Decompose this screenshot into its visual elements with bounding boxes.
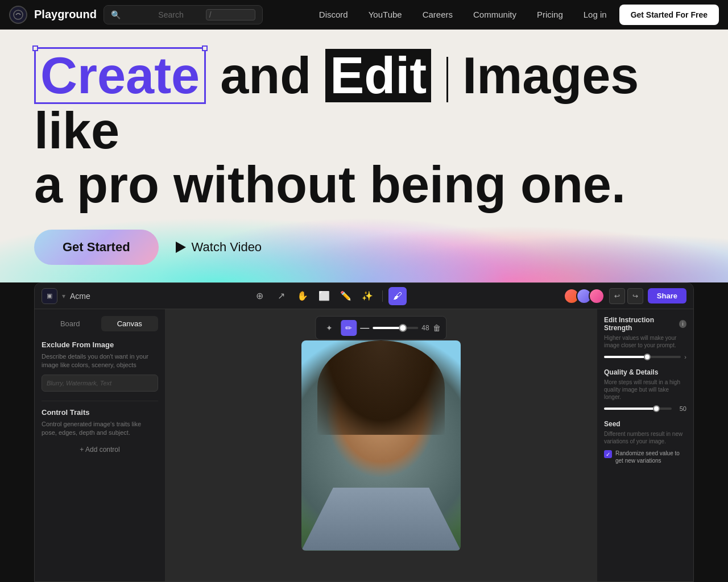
hero-section: Create and Edit Images like a pro withou…: [0, 30, 728, 282]
quality-value: 50: [675, 405, 686, 412]
seed-desc: Different numbers result in new variatio…: [604, 430, 686, 445]
nav-link-discord[interactable]: Discord: [311, 5, 356, 24]
exclude-title: Exclude From Image: [42, 340, 158, 349]
slider-fill: [373, 327, 400, 329]
undo-redo-group: ↩ ↪: [609, 288, 643, 304]
canvas-toolbar: ✦ ✏ — 48 🗑: [315, 316, 446, 340]
app-topbar-left: ▣ ▾ Acme: [42, 288, 90, 304]
checkbox-check-icon: ✓: [606, 451, 610, 458]
app-topbar: ▣ ▾ Acme ⊕ ↗ ✋ ⬜ ✏️ ✨ 🖌 ↩ ↪ Share: [35, 283, 693, 309]
share-button[interactable]: Share: [648, 288, 686, 304]
avatar-3: [589, 288, 605, 304]
tool-cursor-icon[interactable]: ↗: [272, 287, 290, 305]
dash-icon: —: [360, 323, 369, 333]
strength-info-icon[interactable]: i: [679, 320, 686, 328]
avatar-group: [567, 288, 605, 304]
exclude-section: Exclude From Image Describe details you …: [42, 340, 158, 392]
panel-divider: [42, 401, 158, 401]
hero-line2: a pro without being one.: [34, 156, 626, 213]
undo-button[interactable]: ↩: [609, 288, 625, 304]
app-topbar-right: ↩ ↪ Share: [567, 288, 686, 304]
hero-word-create: Create: [34, 47, 206, 105]
app-tool-bar: ⊕ ↗ ✋ ⬜ ✏️ ✨ 🖌: [250, 287, 407, 305]
nav-left: Playground 🔍 Search /: [9, 5, 263, 24]
tool-separator: [382, 290, 383, 302]
seed-checkbox[interactable]: ✓: [604, 450, 612, 458]
exclude-desc: Describe details you don't want in your …: [42, 352, 158, 370]
redo-button[interactable]: ↪: [627, 288, 643, 304]
seed-section: Seed Different numbers result in new var…: [604, 420, 686, 464]
panel-tabs: Board Canvas: [42, 316, 158, 331]
strength-title-text: Edit Instruction Strength: [604, 316, 677, 332]
cta-button[interactable]: Get Started For Free: [619, 5, 719, 25]
search-kbd: /: [206, 9, 255, 20]
quality-slider-fill: [604, 408, 655, 410]
tab-board[interactable]: Board: [42, 316, 99, 331]
exclude-input[interactable]: Blurry, Watermark, Text: [42, 375, 158, 392]
strength-slider-thumb[interactable]: [644, 354, 651, 360]
quality-slider-row: 50: [604, 405, 686, 412]
tool-magic-icon[interactable]: ✨: [358, 287, 377, 305]
nav-link-youtube[interactable]: YouTube: [361, 5, 410, 24]
canvas-image: [301, 340, 461, 551]
hero-buttons: Get Started Watch Video: [34, 230, 262, 265]
watch-video-label: Watch Video: [192, 240, 262, 255]
seed-checkbox-row: ✓ Randomize seed value to get new variat…: [604, 450, 686, 464]
chevron-icon: ▾: [62, 292, 65, 300]
canvas-tool-magic[interactable]: ✦: [321, 320, 337, 336]
tool-paint-icon[interactable]: 🖌: [388, 287, 407, 305]
brush-slider[interactable]: —: [360, 323, 418, 333]
app-preview: ▣ ▾ Acme ⊕ ↗ ✋ ⬜ ✏️ ✨ 🖌 ↩ ↪ Share: [34, 282, 694, 582]
strength-title: Edit Instruction Strength i: [604, 316, 686, 332]
get-started-button[interactable]: Get Started: [34, 230, 159, 265]
strength-slider-row: ›: [604, 354, 686, 360]
navbar: Playground 🔍 Search / Discord YouTube Ca…: [0, 0, 728, 30]
search-bar[interactable]: 🔍 Search /: [104, 5, 263, 24]
tool-frame-icon[interactable]: ⬜: [315, 287, 333, 305]
canvas-tool-brush[interactable]: ✏: [341, 320, 357, 336]
project-name[interactable]: Acme: [70, 292, 90, 301]
add-control-button[interactable]: + Add control: [42, 442, 158, 457]
quality-slider-thumb[interactable]: [653, 405, 660, 412]
canvas-area[interactable]: ✦ ✏ — 48 🗑: [166, 309, 597, 581]
portrait: [301, 340, 461, 551]
nav-link-pricing[interactable]: Pricing: [529, 5, 571, 24]
search-placeholder: Search: [158, 10, 201, 19]
control-desc: Control generated image's traits like po…: [42, 420, 158, 438]
right-panel: Edit Instruction Strength i Higher value…: [597, 309, 693, 581]
quality-title-text: Quality & Details: [604, 368, 658, 376]
login-button[interactable]: Log in: [576, 5, 615, 24]
strength-slider[interactable]: [604, 356, 681, 358]
quality-section: Quality & Details More steps will result…: [604, 368, 686, 412]
tab-canvas[interactable]: Canvas: [101, 316, 159, 331]
logo-icon[interactable]: [9, 6, 27, 24]
nav-link-community[interactable]: Community: [465, 5, 524, 24]
watch-video-button[interactable]: Watch Video: [176, 240, 262, 255]
tool-share-icon[interactable]: ⊕: [250, 287, 268, 305]
quality-slider[interactable]: [604, 408, 672, 410]
play-icon: [176, 242, 186, 253]
strength-section: Edit Instruction Strength i Higher value…: [604, 316, 686, 360]
seed-checkbox-label: Randomize seed value to get new variatio…: [615, 450, 686, 464]
strength-chevron: ›: [684, 354, 686, 360]
left-panel: Board Canvas Exclude From Image Describe…: [35, 309, 166, 581]
hero-cursor: [446, 57, 448, 102]
tool-hand-icon[interactable]: ✋: [293, 287, 312, 305]
seed-title-text: Seed: [604, 420, 621, 428]
trash-icon[interactable]: 🗑: [433, 323, 441, 332]
tool-pen-icon[interactable]: ✏️: [337, 287, 355, 305]
search-icon: 🔍: [111, 10, 154, 19]
strength-slider-fill: [604, 356, 646, 358]
hero-word-edit: Edit: [325, 49, 431, 103]
app-body: Board Canvas Exclude From Image Describe…: [35, 309, 693, 581]
seed-title: Seed: [604, 420, 686, 428]
hero-and: and: [220, 47, 325, 104]
nav-link-careers[interactable]: Careers: [415, 5, 461, 24]
slider-thumb[interactable]: [399, 324, 407, 332]
logo-text: Playground: [34, 8, 97, 21]
control-title: Control Traits: [42, 408, 158, 417]
quality-desc: More steps will result in a high quality…: [604, 379, 686, 401]
quality-title: Quality & Details: [604, 368, 686, 376]
slider-track[interactable]: [373, 327, 418, 329]
brush-size-value: 48: [421, 324, 429, 332]
